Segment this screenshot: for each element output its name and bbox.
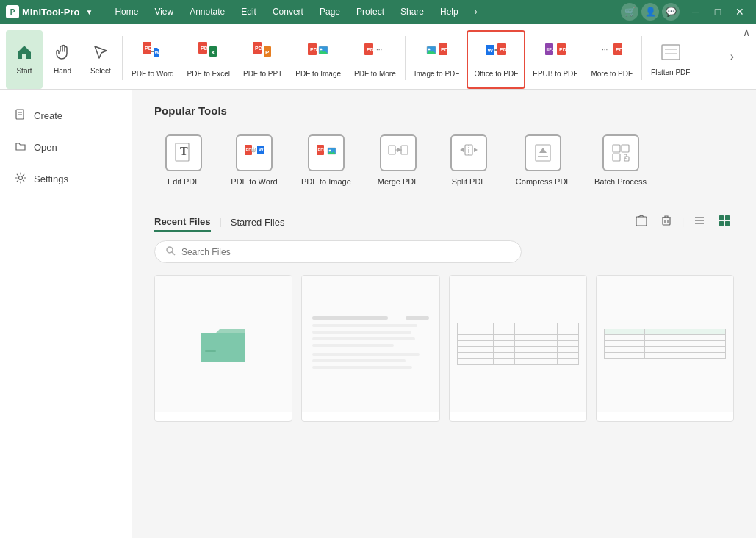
grid-view-btn[interactable] bbox=[715, 212, 734, 232]
tab-starred-files[interactable]: Starred Files bbox=[231, 214, 285, 231]
file-card-4[interactable] bbox=[596, 275, 734, 422]
account-btn[interactable]: 👤 bbox=[641, 3, 659, 21]
tool-split-pdf-label: Split PDF bbox=[452, 177, 486, 186]
tab-recent-files[interactable]: Recent Files bbox=[154, 213, 211, 232]
pdf-to-ppt-icon: PDF P bbox=[251, 40, 275, 67]
tool-merge-pdf[interactable]: Merge PDF bbox=[369, 129, 428, 192]
ribbon-office-to-pdf[interactable]: W PDF Office to PDF bbox=[467, 30, 525, 89]
image-to-pdf-icon: PDF bbox=[425, 40, 449, 67]
menu-page[interactable]: Page bbox=[312, 4, 348, 20]
delete-file-btn[interactable] bbox=[657, 212, 676, 232]
menu-edit[interactable]: Edit bbox=[234, 4, 264, 20]
menu-view[interactable]: View bbox=[147, 4, 181, 20]
logo-icon: P bbox=[6, 5, 19, 18]
select-icon bbox=[92, 43, 109, 64]
ribbon-scroll-right[interactable]: › bbox=[730, 50, 734, 63]
file-footer-1 bbox=[155, 412, 292, 421]
action-sep: | bbox=[682, 217, 684, 227]
maximize-btn[interactable]: □ bbox=[708, 1, 728, 22]
popular-tools-grid: T Edit PDF PDF W PDF to Wo bbox=[154, 129, 734, 192]
tool-edit-pdf[interactable]: T Edit PDF bbox=[154, 129, 213, 192]
ribbon-hand[interactable]: Hand bbox=[44, 30, 81, 89]
tool-compress-pdf-icon bbox=[525, 134, 561, 171]
list-view-btn[interactable] bbox=[690, 212, 709, 232]
pdf-to-word-icon: PDF W bbox=[141, 40, 165, 67]
close-btn[interactable]: ✕ bbox=[730, 1, 750, 22]
ribbon-toolbar: Start Hand Select PDF W bbox=[0, 24, 756, 90]
ribbon-pdf-to-image[interactable]: PDF PDF to Image bbox=[289, 30, 347, 89]
app-logo[interactable]: P MiniTool-Pro ▼ bbox=[6, 5, 93, 18]
ribbon-pdf-to-ppt[interactable]: PDF P PDF to PPT bbox=[237, 30, 288, 89]
sidebar-item-settings[interactable]: Settings bbox=[0, 165, 132, 193]
search-bar[interactable] bbox=[154, 240, 522, 263]
edit-pdf-icon: T bbox=[165, 134, 202, 171]
search-input[interactable] bbox=[181, 247, 511, 257]
settings-icon bbox=[15, 172, 26, 186]
more-to-pdf-icon: ··· PDF bbox=[600, 40, 624, 67]
pdf-to-excel-icon: PDF X bbox=[197, 40, 220, 67]
tool-batch-process-label: Batch Process bbox=[594, 177, 647, 186]
ribbon-more-to-pdf[interactable]: ··· PDF More to PDF bbox=[585, 30, 638, 89]
ribbon-sep-2 bbox=[405, 36, 406, 80]
svg-rect-77 bbox=[205, 350, 216, 352]
tool-pdf-image-icon: PDF bbox=[308, 134, 345, 171]
tool-split-pdf[interactable]: Split PDF bbox=[439, 129, 498, 192]
epub-to-pdf-icon: EPUB PDF bbox=[544, 40, 567, 67]
files-tabs: Recent Files | Starred Files | bbox=[154, 212, 734, 232]
menu-help[interactable]: Help bbox=[433, 4, 466, 20]
svg-rect-52 bbox=[401, 146, 408, 154]
app-dropdown[interactable]: ▼ bbox=[85, 8, 93, 16]
svg-rect-58 bbox=[622, 145, 629, 152]
ribbon-pdf-to-excel[interactable]: PDF X PDF to Excel bbox=[181, 30, 236, 89]
start-icon bbox=[15, 43, 33, 64]
flatten-pdf-icon bbox=[660, 42, 681, 65]
svg-rect-51 bbox=[389, 146, 395, 154]
ribbon-flatten-pdf[interactable]: Flatten PDF bbox=[645, 30, 696, 89]
ribbon-pdf-to-more[interactable]: PDF ··· PDF to More bbox=[348, 30, 402, 89]
file-footer-4 bbox=[597, 412, 733, 421]
start-label: Start bbox=[16, 67, 32, 76]
tool-merge-pdf-icon bbox=[380, 134, 417, 171]
office-to-pdf-icon: W PDF bbox=[484, 40, 508, 67]
ribbon-start[interactable]: Start bbox=[6, 30, 43, 89]
svg-point-39 bbox=[19, 176, 23, 180]
ribbon-collapse-btn[interactable]: ∧ bbox=[743, 26, 750, 38]
svg-text:PDF: PDF bbox=[559, 47, 567, 52]
sidebar-create-label: Create bbox=[34, 110, 62, 121]
ribbon-epub-to-pdf[interactable]: EPUB PDF EPUB to PDF bbox=[527, 30, 583, 89]
ribbon-image-to-pdf[interactable]: PDF Image to PDF bbox=[408, 30, 466, 89]
file-preview-4 bbox=[597, 276, 733, 412]
menu-protect[interactable]: Protect bbox=[349, 4, 392, 20]
minimize-btn[interactable]: ─ bbox=[685, 1, 706, 22]
store-btn[interactable]: 🛒 bbox=[621, 3, 638, 21]
pdf-to-ppt-label: PDF to PPT bbox=[243, 70, 282, 79]
ribbon-pdf-to-word[interactable]: PDF W PDF to Word bbox=[126, 30, 180, 89]
file-card-2[interactable] bbox=[301, 275, 439, 422]
sidebar-item-open[interactable]: Open bbox=[0, 133, 132, 162]
file-footer-2 bbox=[302, 412, 439, 421]
menu-convert[interactable]: Convert bbox=[265, 4, 311, 20]
menu-share[interactable]: Share bbox=[393, 4, 431, 20]
file-card-1[interactable] bbox=[154, 275, 292, 422]
tool-pdf-image[interactable]: PDF PDF to Image bbox=[295, 129, 357, 192]
tool-pdf-word[interactable]: PDF W PDF to Word bbox=[225, 129, 284, 192]
menu-home[interactable]: Home bbox=[107, 4, 145, 20]
svg-text:PDF: PDF bbox=[317, 148, 326, 152]
ribbon-select[interactable]: Select bbox=[82, 30, 119, 89]
file-card-3[interactable] bbox=[449, 275, 587, 422]
share-file-btn[interactable] bbox=[632, 212, 651, 232]
tool-compress-pdf[interactable]: Compress PDF bbox=[510, 129, 577, 192]
sidebar-open-label: Open bbox=[34, 142, 57, 153]
menu-annotate[interactable]: Annotate bbox=[182, 4, 232, 20]
svg-text:···: ··· bbox=[602, 46, 608, 54]
svg-text:+: + bbox=[624, 155, 627, 162]
sidebar-item-create[interactable]: Create bbox=[0, 101, 132, 130]
title-menu: Home View Annotate Edit Convert Page Pro… bbox=[107, 4, 621, 20]
menu-more[interactable]: › bbox=[467, 4, 485, 20]
tab-divider: | bbox=[220, 217, 222, 227]
tool-batch-process[interactable]: + Batch Process bbox=[588, 129, 652, 192]
svg-rect-57 bbox=[613, 145, 620, 152]
tool-pdf-image-label: PDF to Image bbox=[301, 177, 351, 186]
chat-btn[interactable]: 💬 bbox=[662, 3, 680, 21]
svg-rect-73 bbox=[719, 221, 724, 226]
